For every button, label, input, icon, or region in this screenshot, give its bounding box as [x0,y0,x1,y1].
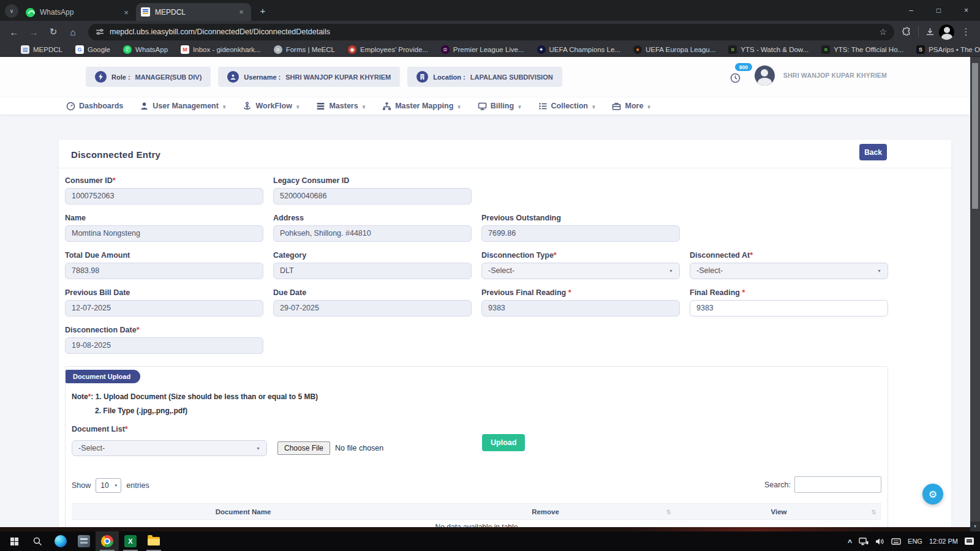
tab-mepdcl[interactable]: MEPDCL × [136,3,251,21]
sort-icon[interactable]: ⇅ [872,509,876,515]
browser-profile-avatar[interactable] [939,24,954,40]
consumer-id-input[interactable]: 1000752063 [65,188,263,204]
disconnection-type-select[interactable]: -Select- [481,263,680,279]
bookmark-label: UEFA Europa Leagu... [646,46,715,53]
consumer-id-field: Consumer ID* 1000752063 [65,176,263,204]
touch-keyboard-icon[interactable] [891,538,901,545]
nav-workflow[interactable]: WorkFlow∨ [243,102,300,111]
bookmark-inbox[interactable]: MInbox - gideonkhark... [181,45,261,54]
clock-time[interactable]: 12:02 PM [929,538,958,545]
dashboard-icon [66,102,75,111]
bookmark-forms[interactable]: ≡Forms | MeECL [274,45,335,54]
upload-button[interactable]: Upload [482,434,525,451]
user-icon [140,102,149,111]
close-tab-icon[interactable]: × [236,7,246,17]
previous-outstanding-input[interactable]: 7699.86 [481,225,680,242]
search-input[interactable] [794,476,881,493]
name-field: Name Momtina Nongsteng [65,214,263,242]
final-reading-input[interactable]: 9383 [690,300,888,317]
nav-user-management[interactable]: User Management∨ [140,102,226,111]
action-center-icon[interactable] [965,538,974,545]
session-timer[interactable]: 900 [730,63,746,88]
bookmark-whatsapp[interactable]: ✆WhatsApp [123,45,168,54]
settings-fab[interactable]: ⚙ [922,484,943,504]
taskbar-file-explorer-button[interactable] [142,531,165,551]
nav-collection[interactable]: Collection∨ [538,102,596,111]
nav-billing[interactable]: Billing∨ [478,102,522,111]
nav-masters[interactable]: Masters∨ [316,102,366,111]
disconnection-date-input[interactable]: 19-08-2025 [65,337,263,354]
back-icon[interactable]: ← [6,24,22,40]
disconnection-type-label: Disconnection Type* [481,251,680,260]
page-scrollbar[interactable]: ▼ [970,57,980,531]
scrollbar-thumb[interactable] [972,63,978,209]
nav-more[interactable]: More∨ [612,102,650,111]
sort-icon[interactable]: ⇅ [666,509,671,515]
taskbar-app-button[interactable] [72,531,96,551]
close-window-button[interactable]: × [952,0,980,20]
site-settings-icon[interactable] [96,28,104,36]
back-button[interactable]: Back [859,144,887,160]
tab-whatsapp[interactable]: WhatsApp × [21,4,136,21]
tab-search-caret-icon[interactable]: ∨ [5,4,18,18]
main-navigation: Dashboards User Management∨ WorkFlow∨ Ma… [0,97,970,114]
total-due-amount-input[interactable]: 7883.98 [65,263,263,279]
bookmark-premier-league[interactable]: ♔Premier League Live... [441,45,524,54]
nav-label: Master Mapping [395,102,453,110]
bookmark-google[interactable]: GGoogle [75,45,110,54]
nav-dashboards[interactable]: Dashboards [66,102,123,111]
due-date-input[interactable]: 29-07-2025 [273,300,472,317]
bookmark-star-icon[interactable]: ☆ [879,27,887,37]
scroll-down-arrow-icon[interactable]: ▼ [970,522,980,531]
new-tab-button[interactable]: + [255,2,271,18]
bookmark-psarips[interactable]: SPSArips • The Offici... [916,45,980,54]
bookmark-yts[interactable]: ¤YTS - Watch & Dow... [728,45,809,54]
close-tab-icon[interactable]: × [121,8,131,17]
minimize-button[interactable]: – [897,0,925,20]
category-label: Category [273,251,472,260]
legacy-consumer-id-input[interactable]: 52000040686 [273,188,472,204]
previous-bill-date-input[interactable]: 12-07-2025 [65,300,263,317]
downloads-icon[interactable] [925,27,935,37]
upload-note-1: Note*: 1. Upload Document (Size should b… [72,392,881,401]
name-input[interactable]: Momtina Nongsteng [65,225,263,242]
browser-menu-icon[interactable]: ⋮ [958,24,974,40]
forward-icon[interactable]: → [26,24,42,40]
taskbar-search-button[interactable] [26,531,49,551]
column-header-remove[interactable]: Remove⇅ [415,508,676,515]
network-icon[interactable] [859,538,869,545]
column-header-view[interactable]: View⇅ [676,508,881,515]
profile-avatar[interactable] [755,66,775,86]
volume-icon[interactable] [875,538,884,545]
extensions-icon[interactable] [902,27,912,37]
taskbar-excel-button[interactable]: X [119,531,142,551]
bookmark-mepdcl[interactable]: ▤MEPDCL [21,45,62,54]
address-input[interactable]: Pohkseh, Shillong. #44810 [273,225,472,242]
column-header-document-name[interactable]: Document Name [72,508,415,515]
category-input[interactable]: DLT [273,263,472,279]
home-icon[interactable]: ⌂ [65,24,81,40]
disconnection-date-field: Disconnection Date* 19-08-2025 [65,326,263,354]
bookmark-epf[interactable]: ◉Employees' Provide... [348,45,428,54]
previous-final-reading-field: Previous Final Reading * 9383 [481,288,680,317]
disconnected-at-select[interactable]: -Select- [690,263,888,279]
url-bar[interactable]: mepdcl.ubs.ieasybill.com/DiconnectedDet/… [88,24,894,40]
url-text[interactable]: mepdcl.ubs.ieasybill.com/DiconnectedDet/… [110,28,873,36]
page-size-select[interactable]: 10 [96,478,121,493]
tray-chevron-up-icon[interactable]: ^ [848,538,852,547]
maximize-button[interactable]: □ [925,0,952,20]
previous-outstanding-field: Previous Outstanding 7699.86 [481,214,680,242]
bookmark-yts-official[interactable]: ¤YTS: The Official Ho... [821,45,903,54]
language-indicator[interactable]: ENG [908,538,922,545]
taskbar-edge-button[interactable] [49,531,72,551]
choose-file-button[interactable]: Choose File [277,441,330,455]
bookmark-uel[interactable]: ●UEFA Europa Leagu... [633,45,715,54]
reload-icon[interactable]: ↻ [45,24,61,40]
nav-master-mapping[interactable]: Master Mapping∨ [382,102,461,111]
bookmark-ucl[interactable]: ✦UEFA Champions Le... [537,45,620,54]
taskbar-chrome-button[interactable] [96,531,119,551]
previous-final-reading-input[interactable]: 9383 [481,300,680,317]
document-list-select[interactable]: -Select- [72,440,267,456]
document-upload-tab[interactable]: Document Upload [66,370,140,383]
start-button[interactable] [2,531,26,551]
